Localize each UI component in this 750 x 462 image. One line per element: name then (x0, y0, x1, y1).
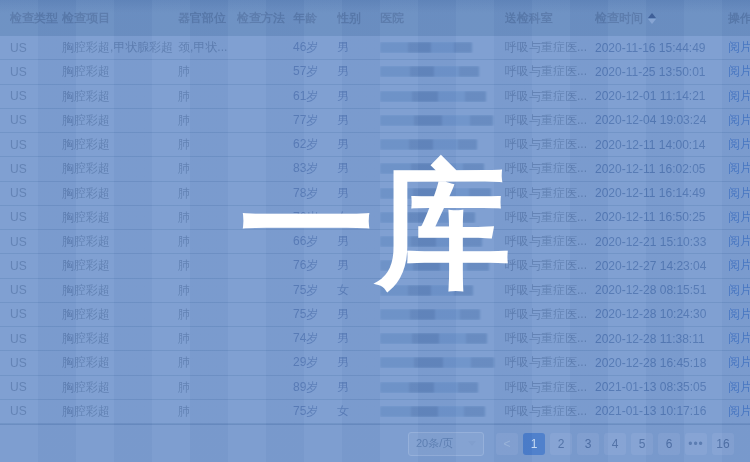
cell-exam-type: US (10, 113, 62, 127)
cell-exam-item: 胸腔彩超 (62, 185, 178, 202)
table-header-row: 检查类型检查项目器官部位检查方法年龄性别医院送检科室检查时间操作 (0, 0, 750, 36)
cell-age: 83岁 (293, 160, 337, 177)
page-button-4[interactable]: 4 (604, 433, 626, 455)
cell-department: 呼吸与重症医... (505, 233, 595, 250)
table-row: US胸腔彩超肺74岁男呼吸与重症医...2020-12-28 11:38:11阅… (0, 327, 750, 351)
col-header-label: 送检科室 (505, 10, 553, 27)
view-image-link[interactable]: 阅片 (728, 404, 750, 418)
view-image-link[interactable]: 阅片 (728, 331, 750, 345)
cell-action: 阅片 (728, 403, 750, 420)
col-header-time[interactable]: 检查时间 (595, 10, 728, 27)
cell-exam-type: US (10, 259, 62, 273)
col-header-dept: 送检科室 (505, 10, 595, 27)
cell-age: 75岁 (293, 403, 337, 420)
page-button-2[interactable]: 2 (550, 433, 572, 455)
cell-action: 阅片 (728, 112, 750, 129)
col-header-label: 年龄 (293, 10, 317, 27)
prev-page-button[interactable]: < (496, 433, 518, 455)
cell-department: 呼吸与重症医... (505, 39, 595, 56)
view-image-link[interactable]: 阅片 (728, 186, 750, 200)
cell-organ: 肺 (178, 88, 237, 105)
cell-organ: 肺 (178, 379, 237, 396)
cell-gender: 男 (337, 185, 380, 202)
view-image-link[interactable]: 阅片 (728, 283, 750, 297)
view-image-link[interactable]: 阅片 (728, 210, 750, 224)
cell-age: 46岁 (293, 39, 337, 56)
cell-department: 呼吸与重症医... (505, 209, 595, 226)
page-button-3[interactable]: 3 (577, 433, 599, 455)
view-image-link[interactable]: 阅片 (728, 40, 750, 54)
cell-exam-type: US (10, 235, 62, 249)
cell-exam-item: 胸腔彩超 (62, 257, 178, 274)
cell-exam-time: 2020-12-28 11:38:11 (595, 332, 728, 346)
cell-action: 阅片 (728, 136, 750, 153)
cell-organ: 肺 (178, 112, 237, 129)
cell-age: 62岁 (293, 136, 337, 153)
cell-exam-time: 2020-12-11 14:00:14 (595, 138, 728, 152)
table-row: US胸腔彩超,甲状腺彩超颈,甲状...46岁男呼吸与重症医...2020-11-… (0, 36, 750, 60)
table-body: US胸腔彩超,甲状腺彩超颈,甲状...46岁男呼吸与重症医...2020-11-… (0, 36, 750, 424)
cell-department: 呼吸与重症医... (505, 63, 595, 80)
page-ellipsis[interactable]: ••• (685, 433, 707, 455)
hospital-redacted-block (380, 357, 494, 368)
cell-action: 阅片 (728, 257, 750, 274)
page-button-5[interactable]: 5 (631, 433, 653, 455)
exam-list-table: 检查类型检查项目器官部位检查方法年龄性别医院送检科室检查时间操作 US胸腔彩超,… (0, 0, 750, 462)
view-image-link[interactable]: 阅片 (728, 113, 750, 127)
cell-organ: 肺 (178, 233, 237, 250)
view-image-link[interactable]: 阅片 (728, 89, 750, 103)
table-row: US胸腔彩超肺75岁女呼吸与重症医...2021-01-13 10:17:16阅… (0, 400, 750, 424)
cell-hospital (380, 285, 505, 296)
cell-hospital (380, 42, 505, 53)
view-image-link[interactable]: 阅片 (728, 137, 750, 151)
cell-hospital (380, 212, 505, 223)
cell-exam-time: 2020-12-01 11:14:21 (595, 89, 728, 103)
page-size-select[interactable]: 20条/页 (408, 432, 484, 456)
cell-department: 呼吸与重症医... (505, 257, 595, 274)
cell-gender: 男 (337, 112, 380, 129)
cell-exam-item: 胸腔彩超 (62, 209, 178, 226)
view-image-link[interactable]: 阅片 (728, 307, 750, 321)
view-image-link[interactable]: 阅片 (728, 64, 750, 78)
page-button-1[interactable]: 1 (523, 433, 545, 455)
view-image-link[interactable]: 阅片 (728, 161, 750, 175)
cell-department: 呼吸与重症医... (505, 88, 595, 105)
cell-exam-type: US (10, 41, 62, 55)
cell-gender: 男 (337, 257, 380, 274)
cell-exam-item: 胸腔彩超 (62, 330, 178, 347)
cell-action: 阅片 (728, 209, 750, 226)
table-row: US胸腔彩超肺78岁男呼吸与重症医...2020-12-11 16:14:49阅… (0, 182, 750, 206)
cell-age: 76岁 (293, 257, 337, 274)
cell-hospital (380, 382, 505, 393)
col-header-label: 医院 (380, 10, 404, 27)
view-image-link[interactable]: 阅片 (728, 380, 750, 394)
cell-exam-time: 2020-12-27 14:23:04 (595, 259, 728, 273)
view-image-link[interactable]: 阅片 (728, 355, 750, 369)
cell-department: 呼吸与重症医... (505, 354, 595, 371)
cell-gender: 男 (337, 306, 380, 323)
view-image-link[interactable]: 阅片 (728, 258, 750, 272)
cell-department: 呼吸与重症医... (505, 160, 595, 177)
table-row: US胸腔彩超肺61岁男呼吸与重症医...2020-12-01 11:14:21阅… (0, 85, 750, 109)
page-button-16[interactable]: 16 (712, 433, 734, 455)
cell-age: 74岁 (293, 330, 337, 347)
cell-exam-time: 2020-11-25 13:50:01 (595, 65, 728, 79)
cell-age: 75岁 (293, 306, 337, 323)
pager: <123456•••16 (496, 433, 734, 455)
page-button-6[interactable]: 6 (658, 433, 680, 455)
cell-exam-item: 胸腔彩超 (62, 282, 178, 299)
col-header-label: 器官部位 (178, 10, 226, 27)
cell-organ: 肺 (178, 282, 237, 299)
view-image-link[interactable]: 阅片 (728, 234, 750, 248)
cell-gender: 男 (337, 330, 380, 347)
col-header-hospital: 医院 (380, 10, 505, 27)
cell-age: 76岁 (293, 209, 337, 226)
cell-action: 阅片 (728, 160, 750, 177)
cell-age: 66岁 (293, 233, 337, 250)
sort-caret-icon[interactable] (648, 13, 656, 24)
col-header-label: 检查方法 (237, 10, 285, 27)
cell-department: 呼吸与重症医... (505, 136, 595, 153)
cell-exam-type: US (10, 186, 62, 200)
hospital-redacted-block (380, 212, 475, 223)
cell-age: 61岁 (293, 88, 337, 105)
